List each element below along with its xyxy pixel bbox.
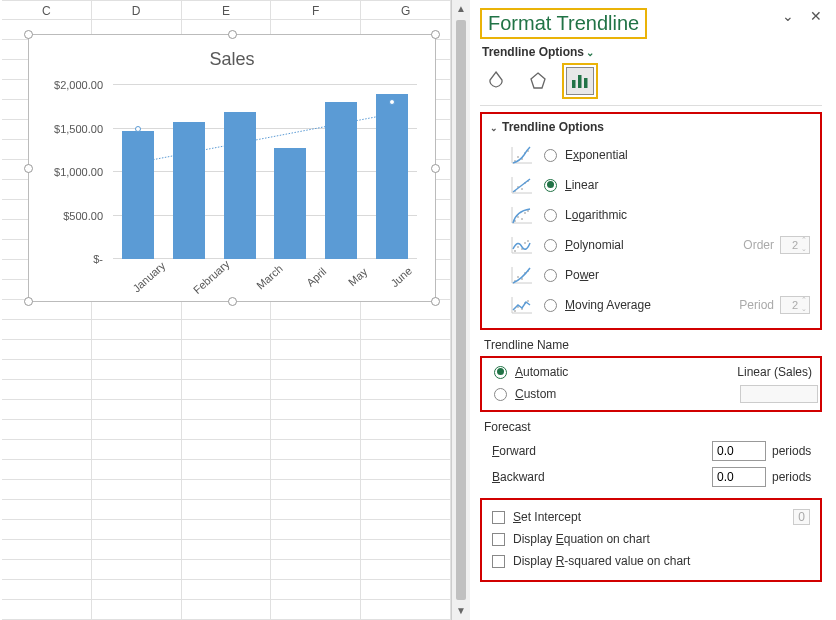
fill-line-icon[interactable] xyxy=(482,67,510,95)
resize-handle[interactable] xyxy=(431,297,440,306)
trend-exponential-label: Exponential xyxy=(565,148,628,162)
bar[interactable] xyxy=(224,112,256,259)
trend-exponential-icon xyxy=(508,144,536,166)
trendline-type-section: ⌄Trendline Options ExponentialLinearLoga… xyxy=(480,112,822,330)
name-custom-label: Custom xyxy=(515,387,556,401)
trendline-options-icon[interactable] xyxy=(566,67,594,95)
trend-moving-label: Moving Average xyxy=(565,298,651,312)
name-automatic-value: Linear (Sales) xyxy=(737,365,818,379)
svg-point-23 xyxy=(517,216,519,218)
forecast-label: Forecast xyxy=(484,420,818,434)
close-icon[interactable]: ✕ xyxy=(810,8,822,24)
trend-moving-icon xyxy=(508,294,536,316)
trend-linear-icon xyxy=(508,174,536,196)
svg-point-30 xyxy=(517,246,519,248)
bar[interactable] xyxy=(274,148,306,259)
bar[interactable] xyxy=(122,131,154,259)
panel-tab-icons xyxy=(482,67,820,95)
trendline-name-label: Trendline Name xyxy=(484,338,818,352)
trend-power-label: Power xyxy=(565,268,599,282)
periods-label: periods xyxy=(772,444,818,458)
bar[interactable] xyxy=(173,122,205,259)
name-automatic-radio[interactable] xyxy=(494,366,507,379)
format-trendline-panel: Format Trendline ⌄ ✕ Trendline Options⌄ … xyxy=(470,0,836,620)
svg-point-26 xyxy=(527,210,529,212)
display-r2-checkbox[interactable] xyxy=(492,555,505,568)
scroll-down-icon[interactable]: ▼ xyxy=(455,605,467,617)
trend-moving-radio[interactable] xyxy=(544,299,557,312)
section-header[interactable]: ⌄Trendline Options xyxy=(490,120,812,134)
resize-handle[interactable] xyxy=(228,30,237,39)
resize-handle[interactable] xyxy=(24,30,33,39)
svg-rect-3 xyxy=(578,75,582,88)
trend-logarithmic-radio[interactable] xyxy=(544,209,557,222)
set-intercept-checkbox[interactable] xyxy=(492,511,505,524)
periods-label: periods xyxy=(772,470,818,484)
column-headers: C D E F G xyxy=(2,0,451,20)
svg-point-8 xyxy=(517,156,519,158)
backward-label: Backward xyxy=(492,470,545,484)
svg-marker-1 xyxy=(531,73,545,88)
trend-power-radio[interactable] xyxy=(544,269,557,282)
name-automatic-label: Automatic xyxy=(515,365,568,379)
trend-power-icon xyxy=(508,264,536,286)
bar[interactable] xyxy=(376,94,408,259)
chart-object[interactable]: Sales $-$500.00$1,000.00$1,500.00$2,000.… xyxy=(28,34,436,302)
forward-label: Forward xyxy=(492,444,536,458)
svg-point-37 xyxy=(517,276,519,278)
svg-point-25 xyxy=(524,212,526,214)
collapse-icon[interactable]: ⌄ xyxy=(782,8,794,24)
svg-point-33 xyxy=(527,240,529,242)
col-header[interactable]: D xyxy=(92,0,182,20)
col-header[interactable]: E xyxy=(182,0,272,20)
display-equation-checkbox[interactable] xyxy=(492,533,505,546)
trend-exponential-radio[interactable] xyxy=(544,149,557,162)
trendline-name-section: Automatic Linear (Sales) Custom xyxy=(480,356,822,412)
display-r2-label: Display R-squared value on chart xyxy=(513,554,690,568)
sub-menu-trendline-options[interactable]: Trendline Options⌄ xyxy=(482,45,820,59)
resize-handle[interactable] xyxy=(24,164,33,173)
trend-polynomial-radio[interactable] xyxy=(544,239,557,252)
col-header[interactable]: G xyxy=(361,0,451,20)
bar[interactable] xyxy=(325,102,357,259)
intercept-input: 0 xyxy=(793,509,810,525)
scroll-up-icon[interactable]: ▲ xyxy=(455,3,467,15)
panel-title: Format Trendline xyxy=(480,8,647,39)
y-axis: $-$500.00$1,000.00$1,500.00$2,000.00 xyxy=(43,85,109,259)
chart-title[interactable]: Sales xyxy=(29,35,435,78)
scroll-thumb[interactable] xyxy=(456,20,466,600)
col-header[interactable]: F xyxy=(271,0,361,20)
x-axis: JanuaryFebruaryMarchAprilMayJune xyxy=(113,261,417,301)
svg-point-29 xyxy=(514,250,516,252)
spreadsheet-area: C D E F G Sales $-$500.00$1,000.00$1,500… xyxy=(0,0,452,620)
vertical-scrollbar[interactable]: ▲ ▼ xyxy=(452,0,470,620)
trend-logarithmic-icon xyxy=(508,204,536,226)
backward-input[interactable] xyxy=(712,467,766,487)
display-options-section: Set Intercept 0 Display Equation on char… xyxy=(480,498,822,582)
chart-inner xyxy=(113,85,417,259)
display-equation-label: Display Equation on chart xyxy=(513,532,650,546)
resize-handle[interactable] xyxy=(24,297,33,306)
trend-linear-label: Linear xyxy=(565,178,598,192)
col-header[interactable]: C xyxy=(2,0,92,20)
svg-line-19 xyxy=(513,179,530,192)
svg-point-24 xyxy=(521,218,523,220)
trend-polynomial-icon xyxy=(508,234,536,256)
set-intercept-label: Set Intercept xyxy=(513,510,581,524)
svg-rect-4 xyxy=(584,78,588,88)
trend-logarithmic-label: Logarithmic xyxy=(565,208,627,222)
effects-icon[interactable] xyxy=(524,67,552,95)
name-custom-radio[interactable] xyxy=(494,388,507,401)
svg-point-16 xyxy=(521,188,523,190)
svg-rect-2 xyxy=(572,80,576,88)
trend-linear-radio[interactable] xyxy=(544,179,557,192)
svg-point-32 xyxy=(524,242,526,244)
svg-point-43 xyxy=(514,310,516,312)
name-custom-input[interactable] xyxy=(740,385,818,403)
resize-handle[interactable] xyxy=(431,164,440,173)
resize-handle[interactable] xyxy=(431,30,440,39)
trend-polynomial-label: Polynomial xyxy=(565,238,624,252)
svg-point-47 xyxy=(527,300,529,302)
forward-input[interactable] xyxy=(712,441,766,461)
plot-area: $-$500.00$1,000.00$1,500.00$2,000.00 Jan… xyxy=(43,85,421,259)
